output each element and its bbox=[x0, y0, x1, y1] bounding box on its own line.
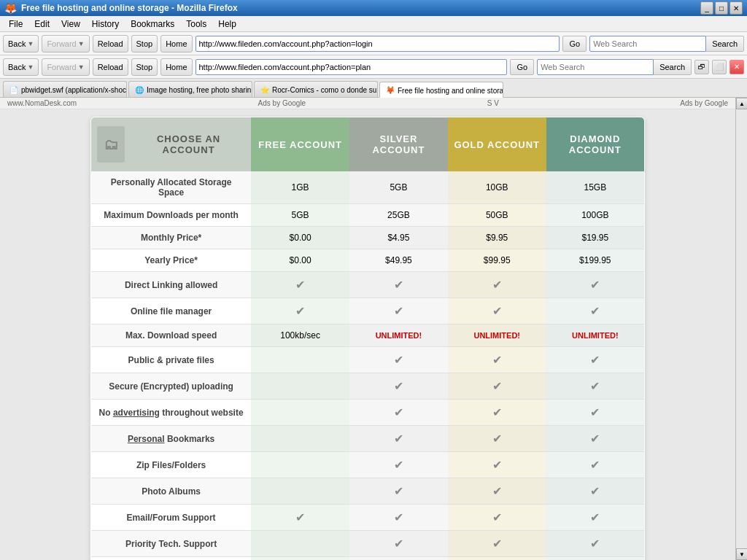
silver-cell-6: UNLIMITED! bbox=[349, 324, 448, 347]
select-gold-cell: Select this plan bbox=[448, 557, 546, 561]
back-arrow-1[interactable]: ▼ bbox=[27, 40, 34, 47]
back-arrow-2[interactable]: ▼ bbox=[27, 63, 34, 71]
check-icon: ✔ bbox=[295, 305, 305, 317]
menu-history[interactable]: History bbox=[86, 18, 125, 31]
url-bar-container-1: Go Search bbox=[196, 36, 745, 52]
gold-cell-2: $9.95 bbox=[448, 227, 546, 249]
silver-cell-4: ✔ bbox=[349, 272, 448, 298]
check-icon: ✔ bbox=[590, 432, 600, 445]
restore-button[interactable]: 🗗 bbox=[694, 60, 709, 74]
scrollbar[interactable]: ▲ ▼ bbox=[735, 98, 747, 560]
silver-cell-9: ✔ bbox=[349, 400, 448, 426]
check-icon: ✔ bbox=[394, 432, 403, 445]
speed-free: 100kb/sec bbox=[280, 330, 320, 341]
check-icon: ✔ bbox=[590, 511, 600, 524]
menu-bookmarks[interactable]: Bookmarks bbox=[125, 18, 180, 31]
diamond-cell-13: ✔ bbox=[546, 505, 645, 531]
diamond-cell-1: 100GB bbox=[546, 204, 645, 227]
tab-3[interactable]: 🦊 Free file hosting and online stora... … bbox=[379, 82, 503, 98]
tab-1[interactable]: 🌐 Image hosting, free photo sharing & v.… bbox=[128, 81, 252, 97]
silver-cell-13: ✔ bbox=[349, 505, 448, 531]
forward-button-1[interactable]: Forward ▼ bbox=[42, 35, 89, 52]
reload-button-1[interactable]: Reload bbox=[93, 35, 128, 52]
search-button-2[interactable]: Search bbox=[654, 59, 692, 75]
check-icon: ✔ bbox=[590, 459, 600, 471]
minimize-button[interactable]: _ bbox=[700, 1, 713, 15]
check-icon: ✔ bbox=[492, 279, 502, 291]
check-icon: ✔ bbox=[590, 354, 600, 366]
check-icon: ✔ bbox=[492, 537, 502, 550]
back-button-1[interactable]: Back ▼ bbox=[3, 35, 39, 52]
menu-edit[interactable]: Edit bbox=[28, 18, 55, 31]
forward-arrow-2[interactable]: ▼ bbox=[78, 63, 85, 71]
th-diamond: DIAMOND ACCOUNT bbox=[546, 117, 645, 172]
forward-arrow-1[interactable]: ▼ bbox=[78, 40, 85, 47]
tab-0[interactable]: 📄 pbwidget.swf (application/x-shockwav..… bbox=[3, 81, 127, 97]
search-button-1[interactable]: Search bbox=[706, 36, 744, 52]
menu-tools[interactable]: Tools bbox=[180, 18, 212, 31]
go-button-2[interactable]: Go bbox=[510, 59, 534, 75]
personal-link[interactable]: Personal bbox=[128, 434, 165, 444]
silver-cell-0: 5GB bbox=[349, 171, 448, 204]
check-icon: ✔ bbox=[492, 406, 502, 419]
silver-cell-14: ✔ bbox=[349, 531, 448, 557]
feature-cell-6: Max. Download speed bbox=[91, 324, 252, 347]
forward-button-2[interactable]: Forward ▼ bbox=[42, 58, 89, 76]
silver-cell-7: ✔ bbox=[349, 347, 448, 373]
menu-file[interactable]: File bbox=[3, 18, 28, 31]
select-diamond-cell: Select this plan bbox=[546, 557, 645, 561]
free-cell-4: ✔ bbox=[251, 272, 349, 298]
diamond-cell-14: ✔ bbox=[546, 531, 645, 557]
check-icon: ✔ bbox=[394, 305, 403, 317]
url-input-1[interactable] bbox=[196, 36, 560, 52]
menu-help[interactable]: Help bbox=[212, 18, 242, 31]
free-cell-2: $0.00 bbox=[251, 227, 349, 249]
diamond-cell-2: $19.95 bbox=[546, 227, 645, 249]
free-cell-14 bbox=[251, 531, 349, 557]
back-button-2[interactable]: Back ▼ bbox=[3, 58, 39, 76]
menu-bar: File Edit View History Bookmarks Tools H… bbox=[0, 16, 747, 32]
check-icon: ✔ bbox=[394, 537, 403, 550]
advertising-link[interactable]: advertising bbox=[113, 408, 160, 418]
diamond-cell-10: ✔ bbox=[546, 426, 645, 452]
reload-button-2[interactable]: Reload bbox=[93, 58, 128, 76]
free-cell-13: ✔ bbox=[251, 505, 349, 531]
scrollbar-track[interactable] bbox=[736, 109, 747, 548]
window-title: Free file hosting and online storage - M… bbox=[21, 3, 238, 13]
menu-view[interactable]: View bbox=[55, 18, 86, 31]
stop-button-2[interactable]: Stop bbox=[131, 58, 158, 76]
ads-left: www.NomaDesk.com bbox=[7, 99, 77, 107]
url-input-2[interactable] bbox=[196, 59, 508, 75]
feature-cell-9: No advertising throughout website bbox=[91, 400, 252, 426]
check-icon: ✔ bbox=[492, 432, 502, 445]
home-button-2[interactable]: Home bbox=[160, 58, 192, 76]
close-tab-window-button[interactable]: ✕ bbox=[729, 60, 744, 74]
close-button[interactable]: ✕ bbox=[729, 1, 743, 15]
feature-cell-4: Direct Linking allowed bbox=[91, 272, 252, 298]
back-label-2: Back bbox=[8, 63, 26, 71]
stop-button-1[interactable]: Stop bbox=[131, 35, 158, 52]
go-button-1[interactable]: Go bbox=[562, 36, 587, 52]
free-cell-6: 100kb/sec bbox=[251, 324, 349, 347]
gold-cell-0: 10GB bbox=[448, 171, 546, 204]
speed-gold: UNLIMITED! bbox=[473, 331, 520, 340]
scroll-up-button[interactable]: ▲ bbox=[736, 98, 747, 109]
window-controls[interactable]: _ □ ✕ bbox=[700, 1, 743, 15]
firefox-icon: 🦊 bbox=[4, 2, 17, 14]
feature-cell-12: Photo Albums bbox=[91, 478, 252, 505]
feature-cell-14: Priority Tech. Support bbox=[91, 531, 252, 557]
search-input-2[interactable] bbox=[537, 59, 654, 75]
home-button-1[interactable]: Home bbox=[160, 35, 192, 52]
tab-2[interactable]: ⭐ Rocr-Comics - como o donde subir ani..… bbox=[254, 81, 378, 97]
maximize-button[interactable]: □ bbox=[715, 1, 728, 15]
content-area: www.NomaDesk.com Ads by Google S V Ads b… bbox=[0, 98, 747, 560]
ads-right: Ads by Google bbox=[680, 99, 728, 107]
search-input-1[interactable] bbox=[589, 36, 706, 52]
detach-button[interactable]: ⬜ bbox=[712, 60, 727, 74]
check-icon: ✔ bbox=[394, 511, 403, 524]
silver-cell-2: $4.95 bbox=[349, 227, 448, 249]
scroll-down-button[interactable]: ▼ bbox=[736, 548, 747, 560]
forward-label-2: Forward bbox=[47, 63, 76, 71]
check-icon: ✔ bbox=[590, 537, 600, 550]
free-cell-10 bbox=[251, 426, 349, 452]
